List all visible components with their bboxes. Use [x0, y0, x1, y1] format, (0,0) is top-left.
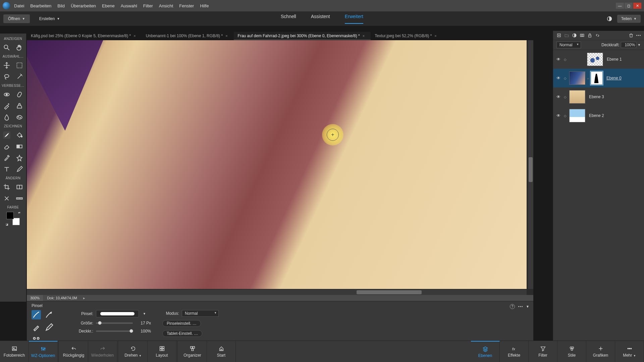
bottombar-wiederholen[interactable]: Wiederholen [88, 341, 117, 362]
magic-wand-tool[interactable] [16, 73, 23, 80]
marquee-tool[interactable] [16, 62, 23, 69]
bottombar-mehr[interactable]: Mehr ▼ [615, 341, 644, 362]
swap-colors-icon[interactable]: ⇄ [18, 211, 20, 214]
close-icon[interactable]: × [133, 34, 136, 38]
content-aware-move-tool[interactable] [3, 195, 10, 202]
layer-name[interactable]: Ebene 1 [607, 57, 622, 62]
layer-mask-icon[interactable] [580, 33, 585, 38]
close-icon[interactable]: × [434, 34, 436, 38]
brush-opacity-value[interactable]: 100% [136, 329, 151, 334]
menu-select[interactable]: Auswahl [121, 3, 137, 8]
document-tab[interactable]: Käfig.psd bei 25% (Ebene 0 Kopie 5, Eben… [27, 32, 142, 40]
help-icon[interactable]: ? [510, 304, 515, 309]
layer-name[interactable]: Ebene 2 [589, 113, 604, 118]
bottombar-ebenen[interactable]: Ebenen [471, 341, 500, 362]
foreground-color-swatch[interactable] [6, 212, 14, 219]
minimize-button[interactable]: — [616, 3, 624, 9]
menu-enhance[interactable]: Überarbeiten [71, 3, 96, 8]
eraser-tool[interactable] [3, 143, 10, 150]
scrollbar-thumb[interactable] [357, 290, 422, 294]
bottombar-stile[interactable]: Stile [557, 341, 586, 362]
clone-stamp-tool[interactable] [16, 102, 23, 110]
move-tool[interactable] [3, 62, 10, 69]
layer-thumbnail[interactable] [569, 71, 585, 85]
menu-image[interactable]: Bild [57, 3, 65, 8]
visibility-toggle-icon[interactable]: 👁 [556, 95, 561, 99]
recompose-tool[interactable] [16, 183, 23, 191]
gradient-tool[interactable] [16, 143, 23, 150]
create-button[interactable]: Erstellen ▼ [36, 14, 63, 23]
menu-edit[interactable]: Bearbeiten [30, 3, 51, 8]
layer-thumbnail[interactable] [569, 90, 585, 104]
menu-layer[interactable]: Ebene [102, 3, 115, 8]
new-layer-icon[interactable] [556, 33, 561, 38]
adjustment-layer-icon[interactable] [572, 33, 577, 38]
brush-settings-button[interactable]: Pinseleinstell. … [162, 320, 201, 327]
shape-tool[interactable] [16, 154, 23, 162]
visibility-toggle-icon[interactable]: 👁 [556, 57, 561, 62]
trash-icon[interactable] [629, 33, 634, 38]
chevron-down-icon[interactable]: ▼ [143, 312, 146, 315]
maximize-button[interactable]: ◻ [625, 3, 633, 9]
mode-guided[interactable]: Assistent [311, 14, 330, 24]
lock-indicator-icon[interactable]: ◇ [563, 76, 568, 80]
lasso-tool[interactable] [3, 73, 10, 80]
size-slider[interactable] [96, 322, 133, 324]
document-tab[interactable]: Unbenannt-1 bei 100% (Ebene 1, RGB/8) *× [142, 32, 234, 40]
lock-indicator-icon[interactable]: ◇ [563, 114, 568, 118]
hand-tool[interactable] [16, 44, 23, 51]
opacity-input[interactable] [621, 42, 636, 48]
color-replace-brush-variant[interactable] [32, 323, 41, 332]
open-button[interactable]: Öffnen ▼ [3, 14, 30, 23]
layer-name[interactable]: Ebene 0 [606, 76, 622, 80]
tablet-settings-button[interactable]: Tablet-Einstell. … [162, 330, 202, 337]
mode-quick[interactable]: Schnell [281, 14, 296, 24]
brush-variant[interactable] [32, 310, 41, 319]
layer-name[interactable]: Ebene 3 [589, 95, 604, 99]
horizontal-scrollbar[interactable] [27, 290, 527, 295]
layer-row-selected[interactable]: 👁 ◇ ⬨ Ebene 0 [553, 69, 644, 87]
chevron-right-icon[interactable]: ▸ [81, 296, 87, 300]
close-button[interactable]: ✕ [633, 3, 641, 9]
text-tool[interactable] [3, 166, 10, 173]
smart-brush-tool[interactable] [3, 102, 10, 110]
brush-opacity-slider[interactable] [96, 330, 133, 332]
brush-tool[interactable] [3, 131, 10, 139]
close-icon[interactable]: × [363, 34, 365, 38]
layer-group-icon[interactable] [564, 33, 569, 38]
paint-bucket-tool[interactable] [16, 131, 23, 139]
chevron-down-icon[interactable]: ▼ [638, 43, 641, 47]
layer-thumbnail[interactable] [587, 53, 603, 66]
vertical-scrollbar[interactable] [528, 40, 533, 289]
scrollbar-thumb[interactable] [529, 157, 533, 182]
bottombar-start[interactable]: Start [207, 341, 236, 362]
brush-mode-select[interactable]: Normal [182, 310, 219, 317]
menu-filter[interactable]: Filter [143, 3, 153, 8]
menu-file[interactable]: Datei [14, 3, 24, 8]
impressionist-brush-variant[interactable] [44, 310, 54, 319]
size-value[interactable]: 17 Px [136, 321, 151, 325]
menu-help[interactable]: Hilfe [200, 3, 209, 8]
lock-icon[interactable] [587, 33, 592, 38]
bottombar-filter[interactable]: Filter [529, 341, 557, 362]
visibility-toggle-icon[interactable]: 👁 [556, 76, 561, 80]
straighten-tool[interactable] [16, 195, 23, 202]
bottombar-wzoptionen[interactable]: WZ-Optionen [29, 341, 58, 362]
document-tab-active[interactable]: Frau auf dem Fahrrad-2.jpeg bei 300% (Eb… [234, 32, 371, 40]
lock-indicator-icon[interactable]: ◇ [563, 95, 568, 99]
crop-tool[interactable] [3, 183, 10, 191]
bottombar-drehen[interactable]: Drehen ▼ [119, 341, 148, 362]
spot-heal-tool[interactable] [16, 91, 23, 98]
document-tab[interactable]: Textur.jpeg bei 52,2% (RGB/8) *× [371, 32, 443, 40]
canvas[interactable]: + [27, 40, 527, 289]
visibility-toggle-icon[interactable]: 👁 [556, 113, 561, 118]
lock-indicator-icon[interactable]: ◇ [563, 58, 568, 61]
layer-row[interactable]: 👁 ◇ Ebene 1 [553, 50, 644, 69]
bottombar-fotobereich[interactable]: Fotobereich [0, 341, 29, 362]
color-swatches[interactable]: ⇄ ◪ [6, 212, 20, 225]
half-circle-icon[interactable] [606, 16, 612, 22]
blend-mode-select[interactable]: Normal [556, 42, 581, 48]
menu-view[interactable]: Ansicht [159, 3, 173, 8]
bottombar-layout[interactable]: Layout [148, 341, 176, 362]
layer-row[interactable]: 👁 ◇ Ebene 2 [553, 106, 644, 125]
